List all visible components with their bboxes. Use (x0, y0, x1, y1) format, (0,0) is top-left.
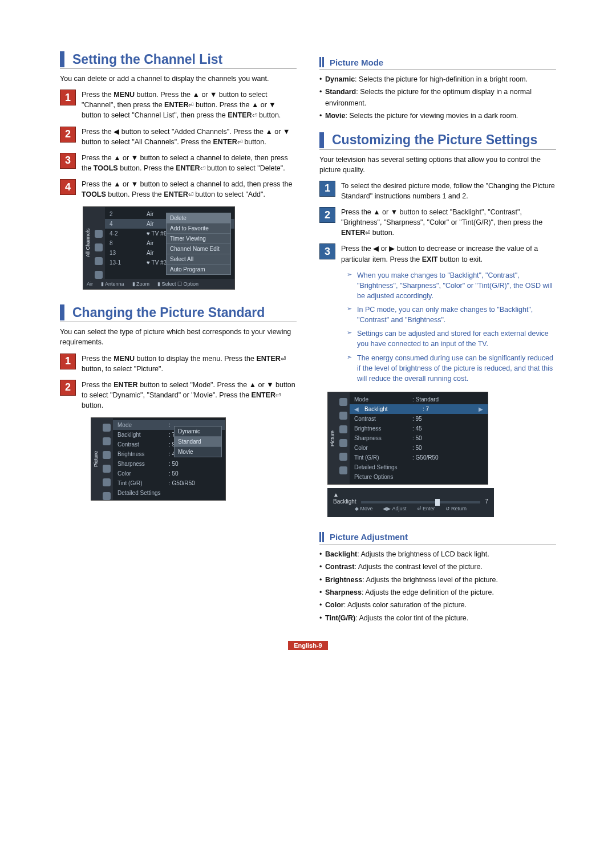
osd-channel-list: All Channels DeleteAdd to FavoriteTimer … (83, 206, 235, 290)
step: 3Press the ◀ or ▶ button to decrease or … (319, 243, 556, 264)
step-number-icon: 3 (319, 243, 335, 259)
step-text: Press the ENTER button to select "Mode".… (82, 380, 297, 411)
legend-item: ◆ Move (355, 506, 373, 511)
step: 4Press the ▲ or ▼ button to select a cha… (60, 179, 297, 200)
osd-nav-icon (95, 230, 103, 238)
list-item: Backlight: Adjusts the brightness of LCD… (319, 549, 556, 560)
manual-page: Setting the Channel List You can delete … (60, 51, 556, 632)
slider-knob (435, 499, 440, 506)
osd-nav-icon (103, 492, 111, 500)
step-text: Press the ▲ or ▼ button to select a chan… (82, 179, 297, 200)
osd-footer: Air▮ Antenna▮ Zoom▮ Select ☐ Option (83, 279, 234, 289)
subheading-picture-mode: Picture Mode (319, 57, 556, 70)
osd-nav-icon (103, 478, 111, 486)
osd-menu-item: Timer Viewing (167, 233, 230, 243)
osd-menu-item: Movie (175, 446, 221, 457)
step: 1To select the desired picture mode, fol… (319, 181, 556, 201)
legend-item: ⏎ Enter (417, 506, 435, 511)
step-text: Press the MENU button. Press the ▲ or ▼ … (82, 90, 297, 120)
note-item: Settings can be adjusted and stored for … (347, 328, 556, 349)
osd-nav-icon (103, 424, 111, 432)
osd-row: Brightness: 45 (350, 424, 488, 433)
osd-nav-icon (103, 437, 111, 445)
subheading-picture-adjustment: Picture Adjustment (319, 532, 556, 545)
osd-menu-item: Auto Program (167, 264, 230, 274)
osd-menu-item: Delete (167, 213, 230, 223)
slider-label: Backlight (333, 498, 356, 505)
page-footer: English-9 (60, 640, 556, 650)
step-number-icon: 1 (60, 354, 76, 369)
osd-vertical-tab: Picture (91, 418, 100, 500)
step: 3Press the ▲ or ▼ button to select a cha… (60, 153, 297, 173)
osd-nav-icon (339, 439, 347, 447)
step-text: Press the ▲ or ▼ button to select "Backl… (341, 207, 556, 238)
section-intro: You can select the type of picture which… (60, 327, 297, 347)
picture-mode-list: Dynamic: Selects the picture for high-de… (319, 74, 556, 122)
page-number-badge: English-9 (288, 641, 328, 650)
list-item: Dynamic: Selects the picture for high-de… (319, 74, 556, 85)
osd-row: Detailed Settings (113, 488, 225, 498)
step: 2Press the ENTER button to select "Mode"… (60, 380, 297, 411)
osd-nav-icon (103, 451, 111, 459)
osd-picture-mode: Picture DynamicStandardMovie Mode:Backli… (91, 417, 226, 501)
osd-icon-column (92, 207, 105, 279)
section-intro: You can delete or add a channel to displ… (60, 74, 297, 84)
osd-row: Tint (G/R): G50/R50 (350, 453, 488, 462)
osd-nav-icon (339, 398, 347, 406)
osd-vertical-tab: All Channels (83, 207, 92, 279)
step-number-icon: 2 (60, 380, 76, 396)
osd-row: Color: 50 (113, 469, 225, 478)
legend-item: ↺ Return (445, 506, 467, 511)
osd-nav-icon (339, 453, 347, 461)
osd-context-menu: DeleteAdd to FavoriteTimer ViewingChanne… (166, 213, 231, 275)
heading-bar-icon (60, 51, 64, 67)
step-number-icon: 2 (60, 127, 76, 143)
sub-title: Picture Adjustment (330, 532, 408, 542)
list-item: Tint(G/R): Adjusts the color tint of the… (319, 613, 556, 624)
osd-footer-item: Air (87, 281, 93, 287)
notes-list: When you make changes to "Backlight", "C… (347, 270, 556, 384)
osd-nav-icon (339, 466, 347, 474)
step: 2Press the ◀ button to select "Added Cha… (60, 127, 297, 147)
picture-adjustment-list: Backlight: Adjusts the brightness of LCD… (319, 549, 556, 624)
osd-nav-icon (95, 271, 103, 279)
step-text: Press the ◀ button to select "Added Chan… (82, 127, 297, 147)
step-text: Press the ▲ or ▼ button to select a chan… (82, 153, 297, 173)
note-item: In PC mode, you can only make changes to… (347, 304, 556, 325)
slider-track (361, 501, 481, 503)
osd-footer-item: ▮ Select ☐ Option (157, 281, 198, 287)
osd-row: Tint (G/R): G50/R50 (113, 478, 225, 488)
note-item: When you make changes to "Backlight", "C… (347, 270, 556, 301)
legend-item: ◀▶ Adjust (383, 506, 406, 511)
slider-legend: ◆ Move◀▶ Adjust⏎ Enter↺ Return (333, 506, 488, 511)
osd-menu-item: Standard (175, 436, 221, 446)
osd-footer-item: ▮ Antenna (101, 281, 124, 287)
sub-title: Picture Mode (330, 58, 383, 67)
osd-picture-settings: Picture Mode: Standard◀Backlight: 7▶Cont… (327, 392, 488, 485)
step-text: Press the ◀ or ▶ button to decrease or i… (341, 243, 556, 264)
list-item: Movie: Selects the picture for viewing m… (319, 111, 556, 121)
osd-vertical-tab: Picture (328, 392, 337, 484)
heading-bar-icon (319, 132, 324, 148)
step-number-icon: 3 (60, 153, 76, 169)
osd-row: Sharpness: 50 (350, 433, 488, 443)
list-item: Sharpness: Adjusts the edge definition o… (319, 587, 556, 598)
note-item: The energy consumed during use can be si… (347, 353, 556, 384)
step-number-icon: 1 (319, 181, 335, 197)
osd-icon-column (100, 418, 113, 500)
step-number-icon: 4 (60, 179, 76, 195)
osd-footer-item: ▮ Zoom (132, 281, 150, 287)
osd-nav-icon (339, 425, 347, 433)
step: 1Press the MENU button to display the me… (60, 354, 297, 374)
osd-nav-icon (339, 412, 347, 420)
osd-row: Contrast: 95 (350, 414, 488, 424)
step-text: To select the desired picture mode, foll… (341, 181, 556, 201)
section-title: Customizing the Picture Settings (332, 132, 537, 148)
step-number-icon: 2 (319, 207, 335, 223)
osd-row: ◀Backlight: 7▶ (350, 404, 488, 414)
section-intro: Your television has several setting opti… (319, 155, 556, 175)
osd-row: Color: 50 (350, 443, 488, 453)
osd-menu-item: Dynamic (175, 426, 221, 436)
osd-row: Mode: Standard (350, 395, 488, 404)
left-column: Setting the Channel List You can delete … (60, 51, 297, 632)
